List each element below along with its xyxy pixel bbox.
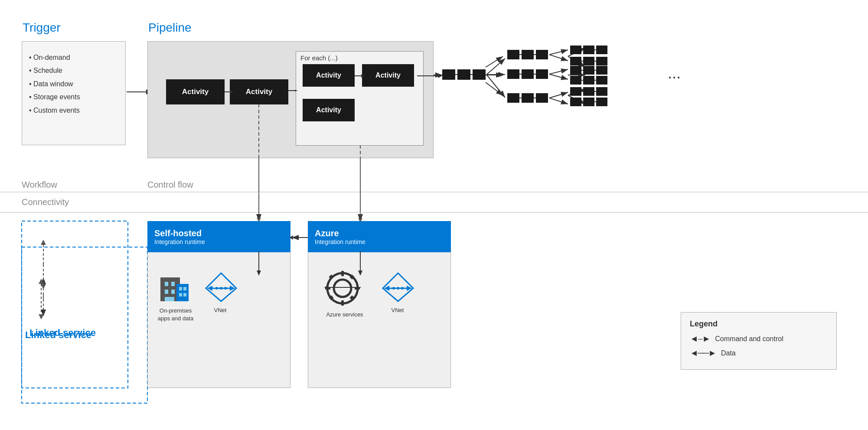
svg-rect-110 [596, 57, 607, 65]
svg-rect-82 [507, 50, 519, 59]
svg-rect-105 [596, 46, 607, 54]
trigger-item-5: Custom events [29, 104, 118, 117]
foreach-activity-2: Activity [362, 64, 414, 87]
svg-rect-75 [457, 69, 470, 80]
legend-item-1: ◄···► Command and control [690, 334, 828, 344]
legend-box: Legend ◄···► Command and control ◄──► Da… [681, 312, 837, 370]
svg-rect-74 [442, 69, 455, 80]
svg-rect-94 [536, 93, 548, 103]
svg-rect-92 [507, 93, 519, 103]
svg-rect-76 [473, 69, 486, 80]
trigger-title: Trigger [23, 21, 61, 35]
legend-item-1-label: Command and control [715, 335, 783, 343]
svg-rect-109 [583, 57, 594, 65]
svg-rect-83 [522, 50, 534, 59]
svg-rect-128 [570, 98, 581, 106]
foreach-label: For each (...) [300, 54, 338, 62]
foreach-activity-1: Activity [303, 64, 355, 87]
controlflow-label: Control flow [147, 180, 193, 190]
svg-line-102 [549, 98, 568, 104]
legend-title: Legend [690, 319, 828, 329]
svg-line-99 [549, 69, 568, 74]
svg-line-100 [549, 74, 568, 79]
svg-rect-115 [596, 66, 607, 75]
svg-rect-125 [596, 87, 607, 96]
activity-2-label: Activity [246, 88, 272, 96]
svg-rect-119 [583, 76, 594, 85]
svg-line-79 [486, 59, 505, 75]
svg-rect-84 [536, 50, 548, 59]
trigger-list: On-demand Schedule Data window Storage e… [29, 51, 118, 117]
trigger-box: On-demand Schedule Data window Storage e… [22, 41, 126, 145]
foreach-act2-label: Activity [375, 72, 401, 79]
linked-service-text: Linked service [29, 327, 96, 339]
activity-2: Activity [230, 79, 288, 104]
svg-line-101 [549, 92, 568, 98]
svg-rect-130 [596, 98, 607, 106]
data-arrow: ◄──► [690, 348, 716, 358]
trigger-item-3: Data window [29, 78, 118, 91]
svg-rect-104 [583, 46, 594, 54]
foreach-act3-label: Activity [316, 106, 341, 114]
activity-1-label: Activity [182, 88, 209, 96]
svg-rect-88 [522, 69, 534, 79]
svg-rect-129 [583, 98, 594, 106]
svg-rect-103 [570, 46, 581, 54]
pipeline-title: Pipeline [148, 21, 192, 35]
svg-line-81 [486, 75, 505, 98]
svg-rect-89 [536, 69, 548, 79]
svg-rect-87 [507, 69, 519, 79]
trigger-item-2: Schedule [29, 64, 118, 77]
svg-rect-113 [570, 66, 581, 75]
output-nodes-svg [440, 46, 709, 163]
foreach-activity-3: Activity [303, 99, 355, 121]
trigger-item-4: Storage events [29, 91, 118, 104]
svg-rect-120 [596, 76, 607, 85]
svg-marker-149 [41, 240, 46, 245]
command-control-arrow: ◄···► [690, 334, 710, 344]
svg-rect-108 [570, 57, 581, 65]
legend-item-2: ◄──► Data [690, 348, 828, 358]
svg-rect-93 [522, 93, 534, 103]
svg-marker-134 [438, 74, 442, 78]
svg-rect-114 [583, 66, 594, 75]
svg-rect-123 [570, 87, 581, 96]
workflow-label: Workflow [22, 180, 57, 190]
svg-line-97 [549, 50, 568, 55]
connectivity-label: Connectivity [22, 197, 69, 207]
trigger-item-1: On-demand [29, 51, 118, 64]
svg-marker-151 [41, 284, 46, 289]
svg-rect-124 [583, 87, 594, 96]
diagram-container: Trigger On-demand Schedule Data window S… [0, 0, 868, 430]
dots-label: ... [668, 64, 681, 82]
svg-rect-147 [22, 221, 128, 388]
foreach-act1-label: Activity [316, 72, 341, 79]
activity-1: Activity [166, 79, 225, 104]
svg-line-98 [549, 55, 568, 61]
svg-rect-118 [570, 76, 581, 85]
legend-item-2-label: Data [721, 349, 736, 357]
